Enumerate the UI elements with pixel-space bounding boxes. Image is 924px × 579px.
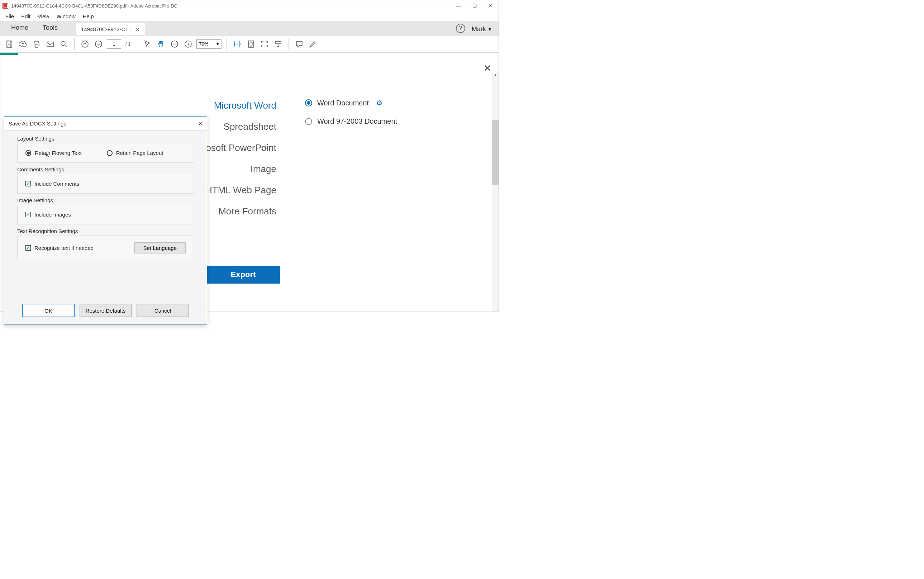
tab-home[interactable]: Home: [4, 20, 36, 35]
chevron-down-icon: ▾: [488, 25, 491, 33]
content-area: ✕ Microsoft Word Spreadsheet osoft Power…: [0, 53, 499, 312]
close-panel-icon[interactable]: ✕: [483, 63, 491, 74]
acrobat-icon: [3, 3, 8, 8]
minimize-button[interactable]: —: [456, 3, 461, 8]
close-window-button[interactable]: ✕: [488, 3, 493, 8]
export-button[interactable]: Export: [206, 266, 280, 284]
cancel-button[interactable]: Cancel: [137, 304, 189, 317]
user-name: Mark: [472, 25, 486, 33]
save-as-docx-dialog: Save As DOCX Settings ✕ Layout Settings …: [4, 116, 207, 324]
comments-settings-label: Comments Settings: [17, 166, 194, 172]
menu-edit[interactable]: Edit: [21, 13, 31, 20]
tab-document-label: 1494870C-9912-C1...: [81, 26, 132, 32]
page-count: / 1: [124, 41, 132, 47]
svg-rect-7: [275, 42, 281, 44]
radio-word-document-label: Word Document: [317, 99, 369, 107]
read-mode-icon[interactable]: [273, 39, 284, 49]
window-title: 1494870C-9912-C184-4CC9-B401-A53F4D8DE29…: [11, 3, 456, 8]
svg-rect-0: [47, 42, 54, 47]
format-word[interactable]: Microsoft Word: [108, 95, 276, 116]
select-tool-icon[interactable]: [142, 39, 153, 49]
comment-icon[interactable]: [294, 39, 305, 49]
checkbox-include-images[interactable]: Include Images: [25, 211, 186, 218]
print-icon[interactable]: [31, 39, 42, 49]
accent-bar: [0, 53, 18, 55]
ok-button[interactable]: OK: [22, 304, 75, 317]
svg-point-1: [61, 41, 65, 46]
save-icon[interactable]: [4, 39, 15, 49]
page-number-input[interactable]: 1: [107, 39, 121, 49]
subformat-list: Word Document ⚙ Word 97-2003 Document: [305, 98, 397, 136]
zoom-select[interactable]: 79%▾: [196, 39, 222, 49]
menubar: File Edit View Window Help: [0, 11, 499, 21]
fit-page-icon[interactable]: [245, 39, 256, 49]
fit-width-icon[interactable]: [232, 39, 243, 49]
user-menu[interactable]: Mark ▾: [472, 25, 491, 33]
divider: [291, 101, 291, 184]
svg-point-3: [95, 41, 102, 47]
zoom-in-icon[interactable]: [183, 39, 194, 49]
gear-icon[interactable]: ⚙: [376, 98, 382, 107]
radio-retain-flowing[interactable]: Retain Flowing Text: [25, 150, 82, 156]
cloud-upload-icon[interactable]: [18, 39, 28, 49]
fullscreen-icon[interactable]: [259, 39, 270, 49]
help-icon[interactable]: ?: [456, 24, 465, 33]
svg-point-2: [82, 41, 88, 47]
highlight-icon[interactable]: [307, 39, 318, 49]
menu-view[interactable]: View: [38, 13, 49, 20]
checkbox-include-comments[interactable]: Include Comments: [25, 181, 186, 187]
image-settings-label: Image Settings: [17, 197, 194, 203]
tab-close-icon[interactable]: ✕: [135, 26, 140, 32]
dialog-title: Save As DOCX Settings: [8, 121, 66, 126]
chevron-down-icon: ▾: [217, 41, 219, 47]
tab-document[interactable]: 1494870C-9912-C1... ✕: [76, 23, 145, 35]
search-icon[interactable]: [59, 39, 69, 49]
text-recognition-label: Text Recognition Settings: [17, 228, 194, 234]
dialog-close-icon[interactable]: ✕: [198, 121, 202, 126]
radio-word-97-label: Word 97-2003 Document: [317, 117, 397, 126]
right-tool-pane[interactable]: [492, 120, 499, 185]
menu-file[interactable]: File: [5, 13, 14, 20]
tabstrip: Home Tools 1494870C-9912-C1... ✕ ? Mark …: [0, 21, 499, 36]
layout-settings-label: Layout Settings: [17, 136, 194, 142]
page-down-icon[interactable]: [93, 39, 104, 49]
set-language-button[interactable]: Set Language: [134, 242, 186, 254]
maximize-button[interactable]: ☐: [472, 3, 477, 8]
page-up-icon[interactable]: [80, 39, 90, 49]
titlebar: 1494870C-9912-C184-4CC9-B401-A53F4D8DE29…: [0, 0, 499, 11]
hand-tool-icon[interactable]: [155, 39, 166, 49]
radio-retain-page[interactable]: Retain Page Layout: [107, 150, 163, 156]
menu-help[interactable]: Help: [83, 13, 94, 20]
mail-icon[interactable]: [45, 39, 56, 49]
radio-word-document[interactable]: Word Document ⚙: [305, 98, 397, 107]
scrollbar[interactable]: ▲: [492, 73, 499, 312]
toolbar: 1 / 1 79%▾: [0, 36, 499, 53]
scroll-up-icon[interactable]: ▲: [492, 73, 499, 79]
zoom-out-icon[interactable]: [169, 39, 180, 49]
checkbox-recognize-text[interactable]: Recognize text if needed: [25, 245, 93, 251]
tab-tools[interactable]: Tools: [36, 20, 65, 35]
restore-defaults-button[interactable]: Restore Defaults: [80, 304, 132, 317]
menu-window[interactable]: Window: [56, 13, 75, 20]
radio-word-97[interactable]: Word 97-2003 Document: [305, 117, 397, 126]
